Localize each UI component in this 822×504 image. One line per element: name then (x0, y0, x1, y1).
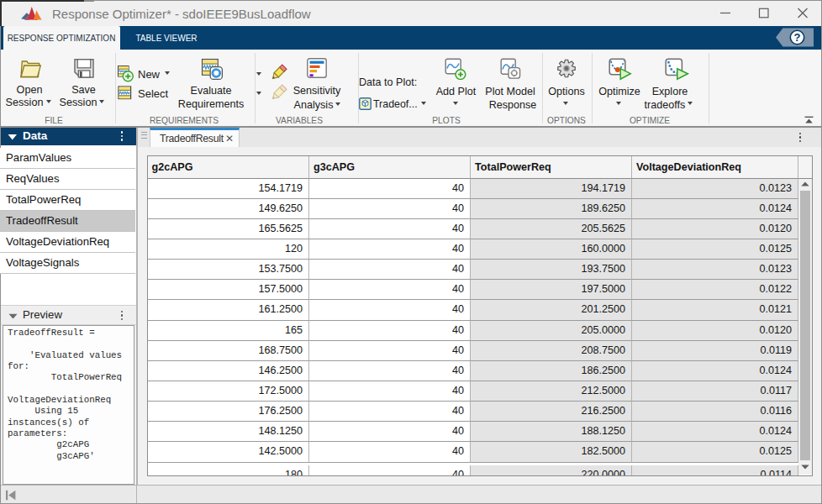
svg-text:?: ? (794, 31, 801, 44)
